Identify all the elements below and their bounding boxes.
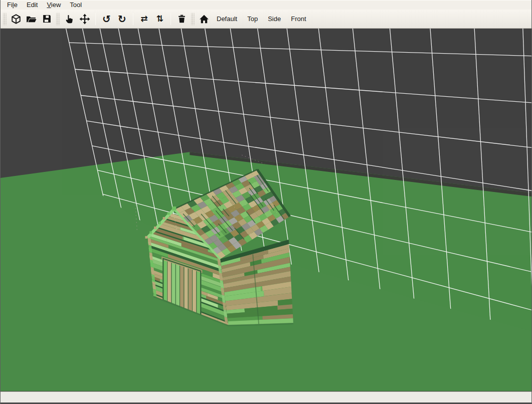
view-side-button[interactable]: Side bbox=[263, 12, 286, 26]
menu-file[interactable]: File bbox=[3, 1, 22, 10]
toolbar-separator bbox=[95, 13, 96, 25]
menu-tool[interactable]: Tool bbox=[65, 1, 86, 10]
toolbar-separator bbox=[170, 13, 171, 25]
new-model-button[interactable] bbox=[8, 11, 24, 27]
toolbar-grip[interactable] bbox=[191, 13, 195, 25]
house-apex-cap bbox=[172, 207, 176, 211]
flip-vertical-button[interactable]: ⇅ bbox=[152, 11, 167, 27]
swap-vertical-icon: ⇅ bbox=[156, 15, 163, 23]
swap-horizontal-icon: ⇄ bbox=[140, 15, 147, 23]
folder-open-icon bbox=[26, 14, 37, 24]
move-tool-button[interactable] bbox=[77, 11, 92, 27]
open-button[interactable] bbox=[24, 11, 39, 27]
move-arrows-icon bbox=[79, 14, 90, 25]
rotate-ccw-icon: ↺ bbox=[102, 14, 111, 24]
save-button[interactable] bbox=[39, 11, 55, 27]
hand-pointer-icon bbox=[64, 14, 74, 24]
menu-edit[interactable]: Edit bbox=[22, 1, 42, 10]
toolbar-grip[interactable] bbox=[3, 13, 7, 25]
toolbar: ↺ ↻ ⇄ ⇅ Default Top Side Front bbox=[1, 10, 531, 29]
cube-icon bbox=[11, 14, 21, 24]
trash-icon bbox=[177, 14, 187, 24]
view-default-button[interactable]: Default bbox=[212, 12, 242, 26]
toolbar-separator bbox=[133, 13, 133, 25]
select-tool-button[interactable] bbox=[61, 11, 77, 27]
view-top-button[interactable]: Top bbox=[242, 12, 263, 26]
menu-view[interactable]: View bbox=[42, 1, 65, 10]
home-view-button[interactable] bbox=[196, 11, 212, 27]
rotate-cw-button[interactable]: ↻ bbox=[114, 11, 130, 27]
home-icon bbox=[199, 14, 209, 24]
toolbar-grip[interactable] bbox=[56, 13, 60, 25]
floppy-save-icon bbox=[42, 14, 52, 24]
statusbar bbox=[1, 391, 531, 402]
app-window: File Edit View Tool ↺ ↻ ⇄ bbox=[0, 0, 532, 404]
menubar: File Edit View Tool bbox=[1, 0, 531, 10]
flip-horizontal-button[interactable]: ⇄ bbox=[136, 11, 152, 27]
viewport-3d-scene[interactable] bbox=[1, 29, 531, 391]
delete-button[interactable] bbox=[174, 11, 190, 27]
rotate-cw-icon: ↻ bbox=[118, 14, 126, 24]
rotate-ccw-button[interactable]: ↺ bbox=[99, 11, 114, 27]
view-front-button[interactable]: Front bbox=[286, 12, 311, 26]
